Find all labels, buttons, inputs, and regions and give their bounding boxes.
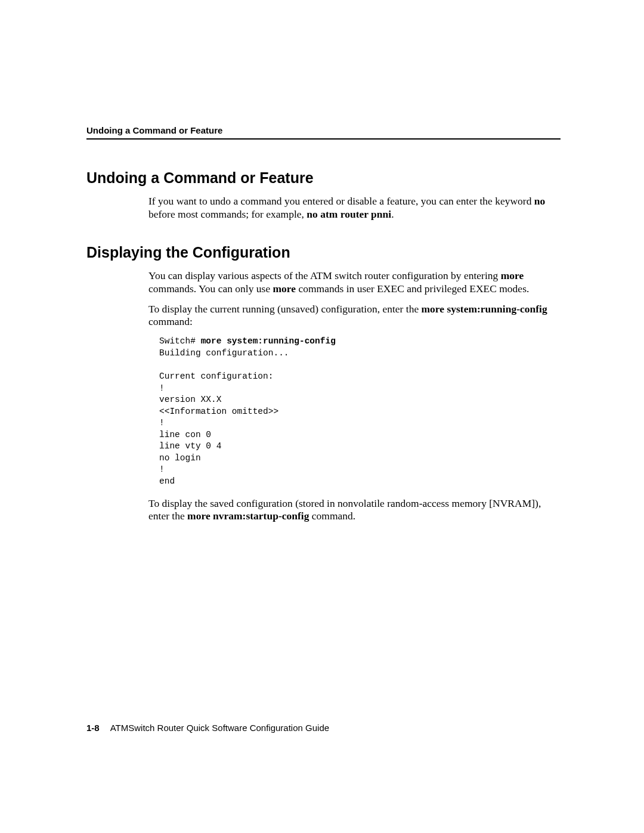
- text: commands in user EXEC and privileged EXE…: [296, 283, 529, 295]
- text: .: [391, 208, 394, 220]
- bold-text: no atm router pnni: [306, 208, 391, 220]
- running-header: Undoing a Command or Feature: [86, 125, 561, 135]
- section-heading-undoing: Undoing a Command or Feature: [86, 169, 561, 187]
- paragraph: To display the current running (unsaved)…: [148, 303, 561, 329]
- section-heading-displaying: Displaying the Configuration: [86, 244, 561, 261]
- bold-text: more: [273, 283, 296, 295]
- paragraph: You can display various aspects of the A…: [148, 270, 561, 296]
- text: To display the current running (unsaved)…: [148, 303, 422, 315]
- text: before most commands; for example,: [148, 208, 306, 220]
- text: If you want to undo a command you entere…: [148, 195, 534, 207]
- code-prompt: Switch#: [159, 336, 201, 346]
- bold-text: more nvram:startup-config: [187, 510, 309, 522]
- doc-title: ATMSwitch Router Quick Software Configur…: [110, 723, 329, 733]
- bold-text: more system:running-config: [422, 303, 547, 315]
- code-block: Switch# more system:running-config Build…: [159, 336, 561, 487]
- text: command:: [148, 315, 193, 327]
- code-command: more system:running-config: [201, 336, 336, 346]
- code-output: Building configuration... Current config…: [159, 348, 289, 486]
- bold-text: no: [534, 195, 545, 207]
- section-displaying: Displaying the Configuration You can dis…: [86, 244, 561, 524]
- text: You can display various aspects of the A…: [148, 270, 501, 281]
- bold-text: more: [501, 270, 524, 281]
- section-body-undoing: If you want to undo a command you entere…: [148, 195, 561, 221]
- paragraph: If you want to undo a command you entere…: [148, 195, 561, 221]
- header-rule: [86, 138, 561, 140]
- text: commands. You can only use: [148, 283, 273, 295]
- page-footer: 1-8ATMSwitch Router Quick Software Confi…: [86, 723, 329, 733]
- section-body-displaying: You can display various aspects of the A…: [148, 270, 561, 524]
- text: command.: [309, 510, 355, 522]
- paragraph: To display the saved configuration (stor…: [148, 497, 561, 524]
- page-content: Undoing a Command or Feature Undoing a C…: [0, 0, 644, 523]
- page-number: 1-8: [86, 723, 100, 733]
